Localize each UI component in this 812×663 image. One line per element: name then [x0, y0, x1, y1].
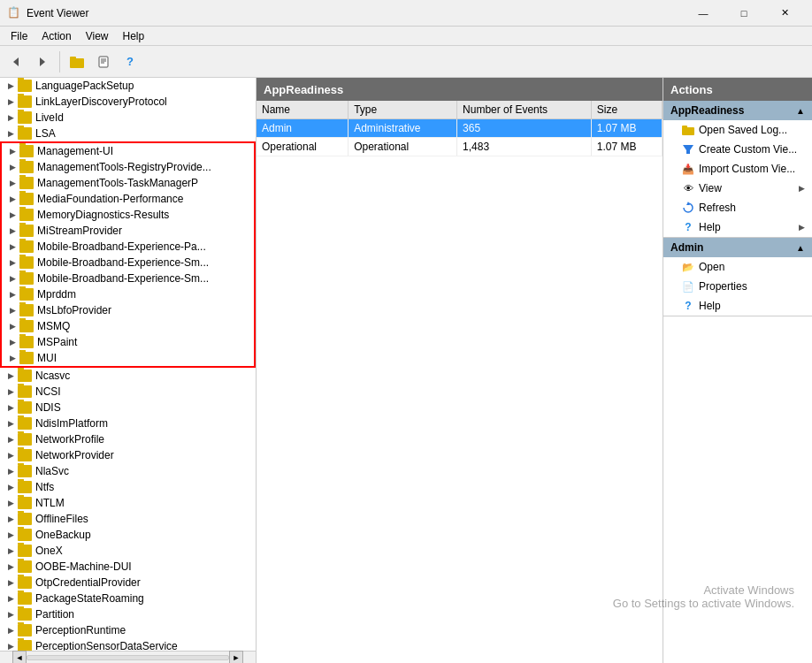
- tree-item[interactable]: ▶Mobile-Broadband-Experience-Pa...: [2, 239, 254, 255]
- action-label: Help: [699, 300, 721, 312]
- expand-arrow: ▶: [5, 319, 19, 333]
- tree-item[interactable]: ▶Partition: [0, 606, 256, 622]
- tree-item-label: Management-UI: [37, 145, 113, 157]
- action-item[interactable]: ?Help▶: [663, 217, 812, 237]
- scroll-left-btn[interactable]: ◄: [12, 651, 27, 664]
- cell-size: 1.07 MB: [591, 138, 662, 156]
- properties-button[interactable]: [91, 50, 116, 74]
- tree-item[interactable]: ▶LinkLayerDiscoveryProtocol: [0, 94, 256, 110]
- folder-icon: [18, 127, 32, 140]
- tree-item[interactable]: ▶NDIS: [0, 400, 256, 415]
- folder-icon: [18, 95, 32, 108]
- menu-help[interactable]: Help: [116, 28, 152, 44]
- col-size: Size: [591, 101, 662, 119]
- tree-item-label: OtpCredentialProvider: [35, 576, 141, 589]
- tree-item[interactable]: ▶Mobile-Broadband-Experience-Sm...: [2, 271, 254, 286]
- folder-icon: [19, 320, 34, 332]
- expand-arrow: ▶: [4, 496, 18, 510]
- tree-item[interactable]: ▶NCSI: [0, 384, 256, 400]
- tree-item[interactable]: ▶NTLM: [0, 495, 256, 511]
- tree-item[interactable]: ▶ManagementTools-TaskManagerP: [2, 175, 254, 191]
- tree-item-label: MemoryDiagnostics-Results: [37, 209, 169, 221]
- action-item[interactable]: Refresh: [663, 198, 812, 217]
- tree-item[interactable]: ▶NdisImPlatform: [0, 415, 256, 431]
- tree-item[interactable]: ▶NlaSvc: [0, 463, 256, 479]
- tree-item[interactable]: ▶ManagementTools-RegistryProvide...: [2, 159, 254, 175]
- tree-item[interactable]: ▶Ntfs: [0, 479, 256, 495]
- actions-section-header[interactable]: Admin▲: [663, 238, 812, 257]
- tree-item[interactable]: ▶Ncasvc: [0, 368, 256, 384]
- tree-item[interactable]: ▶OOBE-Machine-DUI: [0, 559, 256, 575]
- tree-item[interactable]: ▶OtpCredentialProvider: [0, 575, 256, 591]
- minimize-button[interactable]: —: [683, 0, 724, 27]
- action-item[interactable]: Create Custom Vie...: [663, 140, 812, 159]
- menu-file[interactable]: File: [4, 28, 34, 44]
- cell-numberOfEvents: 365: [457, 119, 592, 138]
- folder-button[interactable]: [65, 50, 89, 74]
- tree-item[interactable]: ▶OfflineFiles: [0, 511, 256, 527]
- tree-item[interactable]: ▶MSMQ: [2, 318, 254, 334]
- tree-item[interactable]: ▶Management-UI: [2, 143, 254, 159]
- left-pane: ▶LanguagePackSetup▶LinkLayerDiscoveryPro…: [0, 78, 257, 663]
- tree-item[interactable]: ▶MiStreamProvider: [2, 223, 254, 239]
- expand-arrow: ▶: [4, 416, 18, 431]
- action-item[interactable]: Open Saved Log...: [663, 120, 812, 140]
- action-item[interactable]: ?Help: [663, 296, 812, 316]
- tree-item[interactable]: ▶MUI: [2, 350, 254, 366]
- cell-name: Operational: [257, 138, 349, 156]
- tree-item[interactable]: ▶PerceptionSensorDataService: [0, 638, 256, 651]
- close-button[interactable]: ✕: [764, 0, 805, 27]
- horizontal-scrollbar[interactable]: ◄ ►: [0, 651, 256, 663]
- action-item[interactable]: 📄Properties: [663, 277, 812, 296]
- scroll-right-btn[interactable]: ►: [229, 651, 243, 664]
- tree-item[interactable]: ▶LiveId: [0, 110, 256, 126]
- title-bar-controls: — □ ✕: [683, 0, 805, 27]
- action-item[interactable]: 👁View▶: [663, 179, 812, 198]
- tree-item-label: LiveId: [35, 111, 64, 124]
- tree-item[interactable]: ▶Mobile-Broadband-Experience-Sm...: [2, 255, 254, 271]
- actions-section-header[interactable]: AppReadiness▲: [663, 101, 812, 120]
- tree-item[interactable]: ▶MemoryDiagnostics-Results: [2, 207, 254, 223]
- menu-action[interactable]: Action: [34, 28, 78, 44]
- help-toolbar-button[interactable]: ?: [118, 50, 142, 74]
- tree-item[interactable]: ▶Mprddm: [2, 286, 254, 302]
- tree-item[interactable]: ▶NetworkProvider: [0, 447, 256, 463]
- tree-item[interactable]: ▶LSA: [0, 126, 256, 141]
- tree-item[interactable]: ▶MSPaint: [2, 334, 254, 350]
- tree-item-label: LSA: [35, 127, 56, 140]
- expand-arrow: ▶: [4, 126, 18, 141]
- actions-container: AppReadiness▲Open Saved Log...Create Cus…: [663, 101, 812, 316]
- actions-section: AppReadiness▲Open Saved Log...Create Cus…: [663, 101, 812, 238]
- folder-icon: [19, 240, 34, 253]
- action-item[interactable]: 📂Open: [663, 257, 812, 277]
- expand-arrow: ▶: [4, 432, 18, 446]
- col-events: Number of Events: [457, 101, 592, 119]
- tree-scroll[interactable]: ▶LanguagePackSetup▶LinkLayerDiscoveryPro…: [0, 78, 256, 651]
- svg-rect-2: [70, 58, 84, 68]
- folder-icon: [18, 545, 32, 557]
- expand-arrow: ▶: [4, 639, 18, 651]
- tree-item[interactable]: ▶NetworkProfile: [0, 431, 256, 447]
- expand-arrow: ▶: [5, 144, 19, 158]
- menu-view[interactable]: View: [79, 28, 116, 44]
- table-row[interactable]: OperationalOperational1,4831.07 MB: [257, 138, 663, 156]
- tree-item[interactable]: ▶OneX: [0, 543, 256, 559]
- action-item[interactable]: 📥Import Custom Vie...: [663, 159, 812, 179]
- folder-icon: [19, 161, 34, 173]
- tree-item-label: MediaFoundation-Performance: [37, 193, 183, 205]
- tree-item-label: NDIS: [35, 401, 61, 414]
- expand-arrow: ▶: [4, 448, 18, 462]
- toolbar: ?: [0, 46, 812, 78]
- forward-button[interactable]: [30, 50, 55, 74]
- folder-icon: [19, 256, 34, 269]
- table-container[interactable]: Name Type Number of Events Size AdminAdm…: [257, 101, 663, 663]
- tree-item[interactable]: ▶PerceptionRuntime: [0, 622, 256, 638]
- table-row[interactable]: AdminAdministrative3651.07 MB: [257, 119, 663, 138]
- tree-item[interactable]: ▶PackageStateRoaming: [0, 591, 256, 606]
- maximize-button[interactable]: □: [724, 0, 764, 27]
- tree-item[interactable]: ▶MsLbfoProvider: [2, 302, 254, 318]
- tree-item[interactable]: ▶LanguagePackSetup: [0, 78, 256, 94]
- tree-item[interactable]: ▶OneBackup: [0, 527, 256, 543]
- tree-item[interactable]: ▶MediaFoundation-Performance: [2, 191, 254, 207]
- back-button[interactable]: [4, 50, 28, 74]
